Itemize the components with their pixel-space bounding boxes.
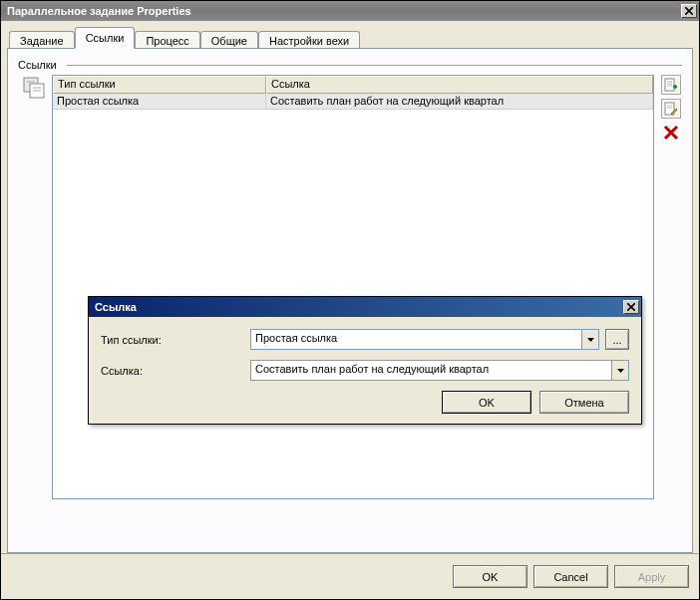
row-link-type: Тип ссылки: Простая ссылка ...: [101, 329, 629, 350]
document-edit-icon: [664, 102, 678, 116]
client-area: Задание Ссылки Процесс Общие Настройки в…: [1, 21, 699, 553]
content-row: Тип ссылки Ссылка Простая ссылка Состави…: [18, 75, 682, 499]
cell-link-type: Простая ссылка: [53, 94, 266, 109]
close-icon[interactable]: [681, 4, 697, 18]
link-dialog: Ссылка Тип ссылки: Простая ссылка: [88, 296, 642, 425]
table-row[interactable]: Простая ссылка Составить план работ на с…: [53, 94, 653, 110]
svg-rect-5: [665, 79, 674, 91]
tabstrip: Задание Ссылки Процесс Общие Настройки в…: [7, 27, 693, 49]
combo-link-type-value: Простая ссылка: [251, 330, 581, 349]
dialog-body: Тип ссылки: Простая ссылка ... Ссылка:: [89, 317, 641, 424]
column-link-type[interactable]: Тип ссылки: [53, 76, 266, 94]
links-table: Тип ссылки Ссылка Простая ссылка Состави…: [52, 75, 654, 499]
table-header: Тип ссылки Ссылка: [53, 76, 653, 94]
column-link[interactable]: Ссылка: [266, 76, 653, 94]
chevron-down-icon[interactable]: [611, 361, 628, 380]
titlebar[interactable]: Параллельное задание Properties: [1, 1, 699, 21]
tab-links[interactable]: Ссылки: [75, 27, 136, 49]
dialog-title: Ссылка: [95, 301, 623, 313]
cancel-button[interactable]: Cancel: [533, 565, 608, 588]
delete-x-icon: [663, 125, 679, 141]
combo-link[interactable]: Составить план работ на следующий кварта…: [250, 360, 629, 381]
dialog-ok-button[interactable]: OK: [442, 391, 531, 414]
dialog-buttons: OK Отмена: [101, 391, 629, 414]
ellipsis-icon: ...: [612, 334, 621, 346]
footer-buttons: OK Cancel Apply: [1, 553, 699, 599]
combo-link-value: Составить план работ на следующий кварта…: [251, 361, 611, 380]
add-link-button[interactable]: [661, 75, 681, 95]
edit-link-button[interactable]: [661, 99, 681, 119]
properties-window: Параллельное задание Properties Задание …: [0, 0, 700, 600]
dialog-cancel-button[interactable]: Отмена: [539, 391, 629, 414]
browse-type-button[interactable]: ...: [605, 329, 629, 350]
chevron-down-icon[interactable]: [581, 330, 598, 349]
section-divider: [67, 65, 682, 66]
section-label: Ссылки: [18, 59, 57, 71]
combo-link-type[interactable]: Простая ссылка: [250, 329, 599, 350]
dialog-close-icon[interactable]: [623, 300, 639, 314]
ok-button[interactable]: OK: [453, 565, 527, 588]
apply-button[interactable]: Apply: [614, 565, 689, 588]
dialog-titlebar[interactable]: Ссылка: [89, 297, 641, 317]
document-plus-icon: [664, 78, 678, 92]
cell-link: Составить план работ на следующий кварта…: [266, 94, 653, 109]
tab-body: Ссылки Тип ссылки Ссылка: [7, 48, 693, 553]
links-section-icon: [18, 75, 52, 103]
row-link: Ссылка: Составить план работ на следующи…: [101, 360, 629, 381]
window-title: Параллельное задание Properties: [7, 5, 681, 17]
label-link-type: Тип ссылки:: [101, 334, 250, 346]
delete-link-button[interactable]: [661, 123, 681, 143]
label-link: Ссылка:: [101, 365, 250, 377]
side-buttons: [654, 75, 682, 143]
